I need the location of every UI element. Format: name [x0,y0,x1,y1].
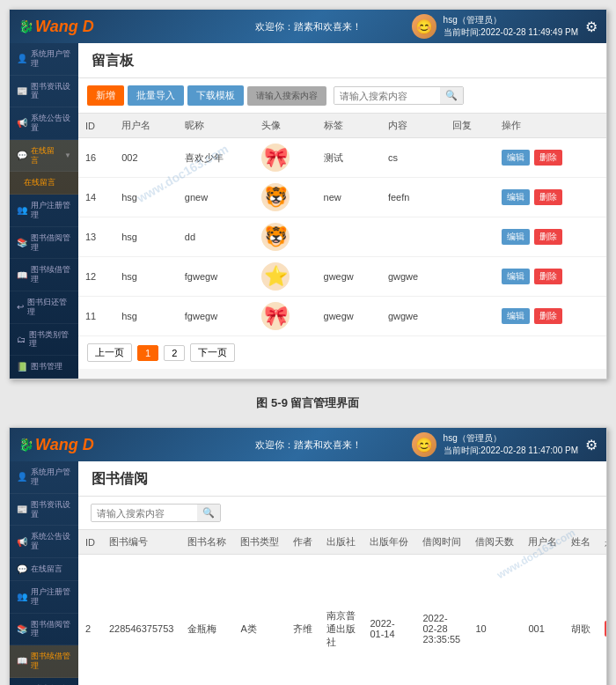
avatar-emoji: 🎀 [264,146,288,169]
edit-button[interactable]: 编辑 [502,189,530,205]
sidebar-item-category[interactable]: 🗂 图书类别管理 [10,324,78,357]
btn-batch-import[interactable]: 批量导入 [128,85,184,106]
btn-batch-delete[interactable]: 请输入搜索内容 [247,86,326,106]
delete-button[interactable]: 删除 [534,269,562,284]
announce-icon: 📢 [17,118,27,128]
return-icon: ↩ [17,302,24,312]
search-box-2: 🔍 [91,504,221,522]
cell-borrow-days: 10 [468,555,521,685]
col-nickname: 昵称 [178,114,255,138]
col2-name: 姓名 [564,530,598,555]
sidebar2-item-message[interactable]: 💬 在线留言 [10,558,78,581]
settings-icon[interactable]: ⚙ [585,18,598,35]
cell-reply [445,138,494,178]
avatar-emoji: 🎀 [264,305,288,328]
delete-button[interactable]: 删除 [534,189,562,205]
edit-button[interactable]: 编辑 [502,269,530,284]
avatar-img: 🎀 [261,144,290,172]
cell-content: gwgwe [381,297,445,336]
edit-button[interactable]: 编辑 [502,308,530,324]
delete-button[interactable]: 删除 [534,308,562,324]
search-button-2[interactable]: 🔍 [197,505,220,521]
table-wrap-2: www.doc163.com ID 图书编号 图书名称 图书类型 作者 出版社 … [78,530,606,685]
search-input[interactable] [334,88,440,104]
logo-area-2: 🐉 Wang D [18,436,94,454]
cell-username: hsg [114,257,178,297]
sidebar-item-announcement[interactable]: 📢 系统公告设置 [10,107,78,140]
btn-download-template[interactable]: 下载模板 [187,85,244,106]
frame-1: 🐉 Wang D 欢迎你：踏素和欢喜来！ 😊 hsg（管理员） 当前时间:202… [9,9,607,379]
sidebar2-item-system-users[interactable]: 👤 系统用户管理 [10,461,78,494]
book-icon: 📗 [17,362,27,372]
sidebar-item-book-mgmt[interactable]: 📗 图书管理 [10,356,78,379]
delete-button[interactable]: 删除 [534,229,562,245]
delete-button[interactable]: 删除 [534,150,562,166]
cell-book-type: A类 [233,555,286,685]
cell-reply [445,257,494,297]
cell-nickname: fgwegw [178,297,255,336]
news-icon-2: 📰 [17,505,27,514]
sidebar-1: 👤 系统用户管理 📰 图书资讯设置 📢 系统公告设置 💬 在线留言 ▼ [10,43,78,379]
header-welcome: 欢迎你：踏素和欢喜来！ [255,20,362,33]
cell-nickname: 喜欢少年 [178,138,255,178]
cell-id: 16 [78,138,114,178]
col2-book-name: 图书名称 [180,530,233,555]
app-header-1: 🐉 Wang D 欢迎你：踏素和欢喜来！ 😊 hsg（管理员） 当前时间:202… [10,10,606,43]
cell-action: 编辑 删除 [495,297,606,336]
avatar-emoji: ⭐ [264,265,288,288]
sidebar-sub-item-online-message[interactable]: 在线留言 [10,172,78,195]
avatar-emoji: 🐯 [264,225,288,248]
frame-2: 🐉 Wang D 欢迎你：踏素和欢喜来！ 😊 hsg（管理员） 当前时间:202… [9,427,607,685]
btn-new[interactable]: 新增 [87,85,124,106]
cell-label: 测试 [317,138,381,178]
cell-avatar: ⭐ [254,257,316,297]
page-title: 留言板 [92,52,593,70]
avatar-img: 🎀 [261,302,290,330]
cell-id: 2 [78,555,102,685]
sidebar-item-return-mgmt[interactable]: ↩ 图书归还管理 [10,291,78,324]
settings-icon-2[interactable]: ⚙ [585,437,598,453]
cell-borrow-time: 2022-02-28 23:35:55 [415,555,468,685]
sidebar-item-book-news[interactable]: 📰 图书资讯设置 [10,76,78,108]
sidebar2-item-book-news[interactable]: 📰 图书资讯设置 [10,494,78,527]
edit-button[interactable]: 编辑 [502,150,530,166]
col2-id: ID [78,530,102,555]
sidebar2-item-renew-mgmt[interactable]: 📖 图书续借管理 [10,645,78,678]
sidebar2-item-return-mgmt[interactable]: ↩ 图书归还管理 [10,678,78,685]
search-input-2[interactable] [92,505,197,521]
table-row: 12 hsg fgwegw ⭐ gwegw gwgwe 编辑 删除 [78,257,606,297]
col-avatar: 头像 [254,114,316,138]
cell-reply [445,217,494,257]
announce-icon-2: 📢 [17,537,27,547]
cell-label [317,217,381,257]
cell-content: gwgwe [381,257,445,297]
sidebar-item-system-users[interactable]: 👤 系统用户管理 [10,43,78,76]
sidebar2-item-user-reg[interactable]: 👥 用户注册管理 [10,581,78,614]
search-button[interactable]: 🔍 [440,87,463,104]
next-page-btn[interactable]: 下一页 [190,343,235,362]
chevron-down-icon: ▼ [64,151,71,159]
cell-username: 001 [521,555,564,685]
sidebar-item-renew-mgmt[interactable]: 📖 图书续借管理 [10,259,78,291]
page-title-bar-2: 图书借阅 [78,461,606,497]
sidebar-item-user-reg[interactable]: 👥 用户注册管理 [10,195,78,227]
page-2-btn[interactable]: 2 [164,345,185,361]
sidebar2-item-borrow-mgmt[interactable]: 📚 图书借阅管理 [10,614,78,646]
logo-icon: 🐉 [18,19,33,33]
sidebar-item-borrow-mgmt[interactable]: 📚 图书借阅管理 [10,227,78,260]
sidebar-2: 👤 系统用户管理 📰 图书资讯设置 📢 系统公告设置 💬 在线留言 👥 [10,461,78,685]
caption-1: 图 5-9 留言管理界面 [0,388,616,416]
col2-borrow-time: 借阅时间 [415,530,468,555]
col2-book-type: 图书类型 [233,530,286,555]
prev-page-btn[interactable]: 上一页 [87,343,132,362]
sidebar2-item-announcement[interactable]: 📢 系统公告设置 [10,526,78,558]
pagination-1: 上一页 1 2 下一页 [78,336,606,369]
col-content: 内容 [381,114,445,138]
page-1-btn[interactable]: 1 [137,345,158,361]
sidebar-item-message[interactable]: 💬 在线留言 ▼ [10,140,78,173]
cell-reply [445,178,494,217]
books-icon-2: 📚 [17,624,27,634]
cell-avatar: 🐯 [254,217,316,257]
toolbar-2: 🔍 [78,497,606,530]
edit-button[interactable]: 编辑 [502,229,530,245]
